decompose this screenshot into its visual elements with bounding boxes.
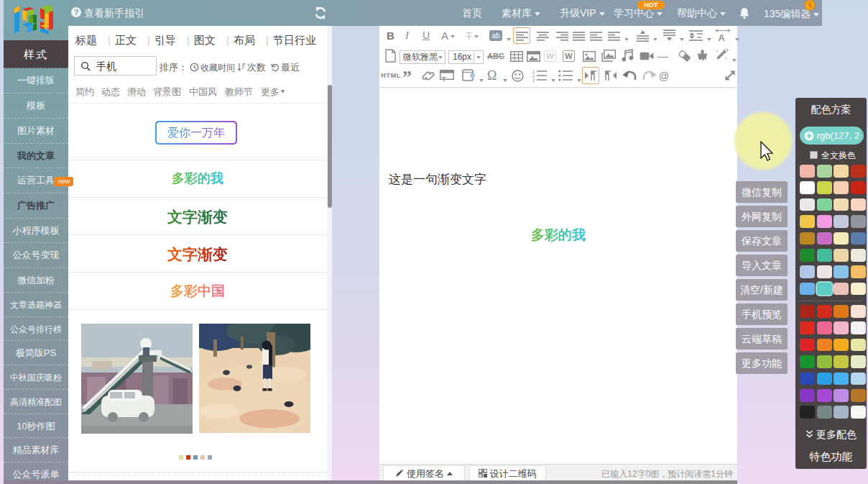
svg-text:A: A [719, 32, 726, 42]
svg-text:T: T [442, 76, 446, 82]
svg-text:3: 3 [532, 78, 535, 82]
